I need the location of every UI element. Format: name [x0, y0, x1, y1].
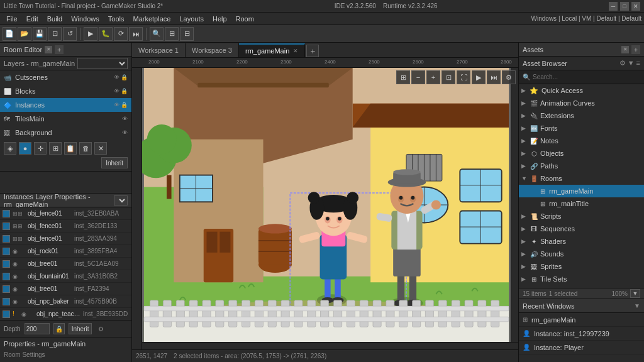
instances-filter-select[interactable]	[114, 195, 128, 206]
inst-check-6[interactable]	[3, 285, 10, 293]
tree-item-sounds[interactable]: ▶ 🔊 Sounds	[519, 248, 644, 260]
canvas-fit-button[interactable]: ⊡	[441, 70, 455, 84]
tree-item-rm-gamemain[interactable]: ⊞ rm_gameMain	[519, 185, 644, 197]
tree-item-objects[interactable]: ▶ ⬡ Objects	[519, 147, 644, 160]
ab-settings-icon[interactable]: ⚙	[619, 59, 626, 67]
tree-item-extensions[interactable]: ▶ 🔌 Extensions	[519, 109, 644, 122]
recent-item-player[interactable]: 👤 Instance: Player	[519, 341, 644, 354]
zoom-options-button[interactable]: ▼	[630, 289, 640, 298]
tree-item-scripts[interactable]: ▶ 📜 Scripts	[519, 210, 644, 222]
minimize-button[interactable]: ─	[609, 2, 618, 11]
inst-check-3[interactable]	[3, 248, 10, 255]
tree-item-animation-curves[interactable]: ▶ 🎬 Animation Curves	[519, 97, 644, 109]
instance-row-4[interactable]: ◉ obj_tree01 inst_5C1AEA09	[0, 258, 131, 270]
save-button[interactable]: 💾	[33, 27, 47, 41]
tree-item-rm-maintitle[interactable]: ⊞ rm_mainTitle	[519, 197, 644, 210]
tool-delete[interactable]: 🗑	[79, 142, 92, 155]
clean-button[interactable]: ⟳	[114, 27, 128, 41]
tab-workspace3[interactable]: Workspace 3	[186, 43, 239, 57]
layer-background-eye[interactable]: 👁	[122, 129, 128, 136]
menu-build[interactable]: Build	[43, 14, 66, 24]
tree-item-tile-sets[interactable]: ▶ ⊞ Tile Sets	[519, 273, 644, 285]
tab-rm-gamemain-close[interactable]: ✕	[293, 48, 298, 54]
inst-check-4[interactable]	[3, 260, 10, 268]
tree-item-notes[interactable]: ▶ 📝 Notes	[519, 134, 644, 147]
tab-rm-gamemain[interactable]: rm_gameMain ✕	[239, 43, 305, 57]
instance-row-2[interactable]: ⊞⊞ obj_fence01 inst_283AA394	[0, 233, 131, 245]
ab-menu-icon[interactable]: ≡	[636, 59, 640, 67]
tool-grid[interactable]: ⊞	[49, 142, 62, 155]
tool-paint[interactable]: ●	[19, 142, 31, 155]
open-button[interactable]: 📂	[18, 27, 31, 41]
depth-lock[interactable]: 🔒	[53, 323, 65, 334]
inst-check-1[interactable]	[3, 222, 10, 230]
layer-blocks-eye[interactable]: 👁	[114, 88, 119, 94]
layer-background[interactable]: 🖼 Background 👁	[0, 126, 131, 140]
inst-check-8[interactable]	[3, 310, 10, 318]
instance-row-7[interactable]: ◉ obj_npc_baker inst_4575B90B	[0, 295, 131, 308]
undo-button[interactable]: ↺	[63, 27, 77, 41]
menu-marketplace[interactable]: Marketplace	[129, 14, 174, 24]
instance-row-5[interactable]: ◉ obj_fountain01 inst_3A31B0B2	[0, 270, 131, 283]
inst-check-2[interactable]	[3, 235, 10, 243]
depth-inherit[interactable]: Inherit	[69, 323, 92, 334]
ab-filter-icon[interactable]: ▼	[628, 59, 635, 67]
save-all-button[interactable]: ⊡	[48, 27, 62, 41]
debug-button[interactable]: 🐛	[99, 27, 113, 41]
menu-help[interactable]: Help	[209, 14, 231, 24]
layer-blocks-lock[interactable]: 🔒	[121, 88, 128, 94]
recent-item-inst-12997239[interactable]: 👤 Instance: inst_12997239	[519, 327, 644, 341]
instance-row-6[interactable]: ◉ obj_tree01 inst_FA2394	[0, 283, 131, 295]
instance-row-1[interactable]: ⊞⊞ obj_fence01 inst_362DE133	[0, 220, 131, 233]
canvas-play-button[interactable]: ▶	[472, 70, 486, 84]
layer-instances[interactable]: 🔷 Instances 👁 🔒	[0, 98, 131, 112]
new-file-button[interactable]: 📄	[3, 27, 16, 41]
layer-instances-eye[interactable]: 👁	[114, 102, 119, 108]
tab-add-button[interactable]: +	[306, 45, 319, 57]
instance-row-8[interactable]: ! ◉ obj_npc_teacher inst_3BE935DD	[0, 308, 131, 320]
canvas-fullscreen-button[interactable]: ⛶	[457, 70, 470, 84]
layer-cutscenes-eye[interactable]: 👁	[114, 74, 119, 80]
inst-check-7[interactable]	[3, 298, 10, 305]
grid2-button[interactable]: ⊟	[180, 27, 194, 41]
tree-item-sequences[interactable]: ▶ 🎞 Sequences	[519, 222, 644, 235]
assets-add[interactable]: +	[631, 45, 640, 54]
maximize-button[interactable]: □	[620, 2, 629, 11]
tree-item-sprites[interactable]: ▶ 🖼 Sprites	[519, 260, 644, 273]
tab-workspace1[interactable]: Workspace 1	[132, 43, 186, 57]
instance-row-3[interactable]: ◉ obj_rock01 inst_3895FBA4	[0, 245, 131, 258]
depth-input[interactable]	[25, 323, 50, 334]
tool-move[interactable]: ✛	[34, 142, 47, 155]
canvas-step-button[interactable]: ⏭	[487, 70, 501, 84]
tool-copy[interactable]: 📋	[64, 142, 77, 155]
tool-select[interactable]: ◈	[4, 142, 16, 155]
canvas-settings-button[interactable]: ⚙	[502, 70, 516, 84]
layer-instances-lock[interactable]: 🔒	[121, 102, 128, 108]
menu-layouts[interactable]: Layouts	[175, 14, 208, 24]
search-button[interactable]: 🔍	[150, 27, 164, 41]
grid-button[interactable]: ⊞	[165, 27, 179, 41]
step-button[interactable]: ⏭	[129, 27, 143, 41]
layers-select[interactable]	[77, 58, 128, 69]
tree-item-shaders[interactable]: ▶ ✦ Shaders	[519, 235, 644, 248]
tree-item-fonts[interactable]: ▶ 🔤 Fonts	[519, 122, 644, 134]
menu-windows[interactable]: Windows	[67, 14, 103, 24]
search-input[interactable]	[533, 74, 640, 80]
layer-tilesmain-eye[interactable]: 👁	[122, 116, 128, 122]
inst-check-5[interactable]	[3, 273, 10, 280]
layer-cutscenes[interactable]: 📹 Cutscenes 👁 🔒	[0, 70, 131, 84]
canvas-zoom-out-button[interactable]: −	[411, 70, 425, 84]
menu-edit[interactable]: Edit	[23, 14, 42, 24]
tree-item-quick-access[interactable]: ▶ ⭐ Quick Access	[519, 84, 644, 97]
horizontal-scrollbar[interactable]	[142, 342, 518, 349]
assets-close[interactable]: ✕	[621, 46, 629, 53]
recent-expand[interactable]: ▼	[634, 302, 640, 309]
inherit-button[interactable]: Inherit	[101, 157, 128, 168]
room-editor-add[interactable]: +	[55, 45, 64, 54]
close-button[interactable]: ✕	[631, 2, 640, 11]
recent-item-rm-gamemain[interactable]: ⊞ rm_gameMain	[519, 313, 644, 327]
inst-check-0[interactable]	[3, 210, 10, 217]
tool-close[interactable]: ✕	[94, 142, 107, 155]
layer-cutscenes-lock[interactable]: 🔒	[121, 74, 128, 80]
instance-row-0[interactable]: ⊞⊞ obj_fence01 inst_32EB0ABA	[0, 207, 131, 220]
